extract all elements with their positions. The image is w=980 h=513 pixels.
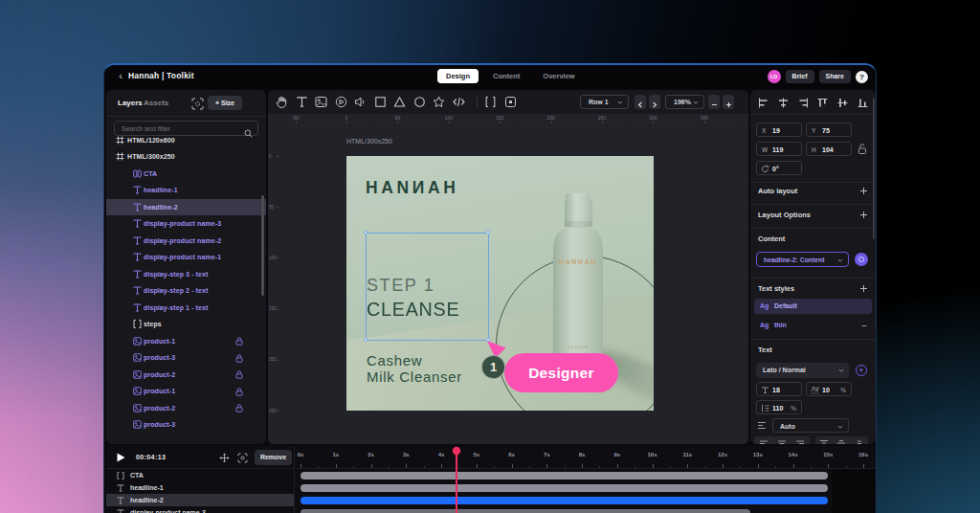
hand-tool[interactable] <box>276 96 288 108</box>
add-text-style-icon[interactable] <box>859 284 868 293</box>
focus-icon[interactable] <box>237 453 248 463</box>
zoom-select[interactable]: 196% <box>665 95 704 109</box>
track-duration-bar[interactable] <box>301 484 828 492</box>
layer-row[interactable]: product-2 <box>106 367 266 384</box>
layer-row[interactable]: product-1 <box>106 383 266 400</box>
back-icon[interactable]: ‹ <box>114 69 127 82</box>
x-position-input[interactable]: X19 <box>756 123 802 137</box>
lock-ratio-icon[interactable] <box>858 144 867 155</box>
prev-row-button[interactable] <box>635 95 646 109</box>
font-select[interactable]: Lato / Normal <box>756 363 849 378</box>
track-duration-bar[interactable] <box>301 497 828 504</box>
layer-row[interactable]: product-3 <box>106 349 266 367</box>
add-size-button[interactable]: + Size <box>208 96 242 110</box>
text-style-thin[interactable]: Agthin− <box>754 318 872 333</box>
text-transform-select[interactable]: Auto <box>772 418 849 433</box>
layer-row[interactable]: display-product name-2 <box>106 233 266 250</box>
align-center-horizontal-icon[interactable] <box>778 98 789 108</box>
zoom-out-button[interactable] <box>708 95 720 109</box>
avatar[interactable]: LO <box>768 70 781 83</box>
selection-handle-sw[interactable] <box>364 338 368 342</box>
layer-row[interactable]: headline-1 <box>106 182 266 199</box>
lock-icon[interactable] <box>235 388 243 396</box>
layer-row[interactable]: display-product name-3 <box>106 215 266 233</box>
image-tool[interactable] <box>315 96 327 108</box>
align-left-icon[interactable] <box>758 98 768 108</box>
add-auto-layout-icon[interactable] <box>859 187 868 195</box>
align-bottom-icon[interactable] <box>858 98 868 108</box>
track-duration-bar[interactable] <box>301 509 750 513</box>
layer-row[interactable]: product-2 <box>106 400 266 417</box>
timeline-track[interactable]: headline-2 <box>106 494 876 506</box>
align-center-vertical-icon[interactable] <box>837 98 848 108</box>
align-right-icon[interactable] <box>798 98 809 108</box>
lock-icon[interactable] <box>235 337 243 346</box>
letter-spacing-input[interactable]: 10 % <box>806 382 852 396</box>
ellipse-tool[interactable] <box>413 96 426 108</box>
artboard[interactable]: HANИAH CASHEW HANИAH STEP 1 CLEANSE Cash… <box>346 156 654 411</box>
text-style-default[interactable]: AgDefault <box>754 299 872 314</box>
vertical-align-buttons[interactable] <box>815 436 868 444</box>
brief-button[interactable]: Brief <box>786 70 814 83</box>
content-binding-select[interactable]: headline-2: Content <box>756 252 849 267</box>
timeline-track[interactable]: CTA <box>106 469 876 481</box>
lock-icon[interactable] <box>235 404 243 413</box>
content-link-button[interactable] <box>855 253 868 266</box>
row-select[interactable]: Row 1 <box>580 95 629 109</box>
height-input[interactable]: H104 <box>806 142 852 156</box>
playhead[interactable] <box>451 446 462 513</box>
width-input[interactable]: W119 <box>756 142 802 156</box>
remove-button[interactable]: Remove <box>255 450 292 465</box>
search-input[interactable]: Search and filter <box>114 121 258 136</box>
layer-row[interactable]: display-step 2 - text <box>106 282 266 300</box>
track-duration-bar[interactable] <box>301 472 828 480</box>
play-button[interactable] <box>116 453 125 462</box>
zoom-in-button[interactable] <box>723 95 734 109</box>
move-icon[interactable] <box>219 453 230 463</box>
target-icon[interactable] <box>191 97 204 109</box>
next-row-button[interactable] <box>649 95 660 109</box>
pasteboard[interactable]: -50050100150200250300350 050100150200250… <box>268 114 748 444</box>
rotation-input[interactable]: 0° <box>756 161 802 175</box>
layer-row[interactable]: display-product name-1 <box>106 249 266 266</box>
text-tool[interactable] <box>296 96 308 108</box>
help-button[interactable]: ? <box>856 71 868 83</box>
layer-row[interactable]: headline-2 <box>106 199 266 216</box>
selection-handle-ne[interactable] <box>486 231 490 234</box>
code-tool[interactable] <box>453 96 465 108</box>
layers-scrollbar[interactable] <box>261 195 264 296</box>
layer-row[interactable]: product-3 <box>106 416 266 434</box>
layer-row[interactable]: product-1 <box>106 333 266 350</box>
artboard-label[interactable]: HTML/300x250 <box>346 138 392 145</box>
triangle-tool[interactable] <box>393 96 406 108</box>
tab-layers[interactable]: Layers <box>118 99 143 107</box>
layer-row[interactable]: display-step 3 - text <box>106 266 266 283</box>
mode-tab-content[interactable]: Content <box>484 69 528 83</box>
lock-icon[interactable] <box>235 370 243 379</box>
layer-row[interactable]: steps <box>106 316 266 333</box>
remove-style-icon[interactable]: − <box>861 321 867 331</box>
audio-tool[interactable] <box>354 96 367 108</box>
share-button[interactable]: Share <box>819 70 851 83</box>
timeline-track[interactable]: display-product name-3 <box>106 506 876 513</box>
mode-tab-design[interactable]: Design <box>437 69 479 83</box>
mode-tab-overview[interactable]: Overview <box>534 69 583 83</box>
star-tool[interactable] <box>433 96 445 108</box>
timeline-track[interactable]: headline-1 <box>106 481 876 494</box>
lock-icon[interactable] <box>235 354 243 363</box>
selection-handle-nw[interactable] <box>364 231 368 234</box>
layer-row[interactable]: display-step 1 - text <box>106 300 266 317</box>
brackets-tool[interactable] <box>484 96 497 108</box>
add-font-style-button[interactable]: + <box>856 365 867 376</box>
align-top-icon[interactable] <box>817 98 828 108</box>
y-position-input[interactable]: Y75 <box>806 123 852 137</box>
play-tool[interactable] <box>335 96 347 108</box>
layer-row[interactable]: HTML/300x250 <box>106 148 266 166</box>
tab-assets[interactable]: Assets <box>144 99 168 107</box>
layer-row[interactable]: CTA <box>106 166 266 183</box>
add-layout-option-icon[interactable] <box>859 211 868 219</box>
rectangle-tool[interactable] <box>374 96 387 108</box>
timeline-ruler[interactable]: 0s1s2s3s4s5s6s7s8s9s10s11s12s13s14s15s16… <box>294 446 876 469</box>
selection-box[interactable] <box>366 233 489 341</box>
line-height-input[interactable]: 110 % <box>756 400 802 414</box>
